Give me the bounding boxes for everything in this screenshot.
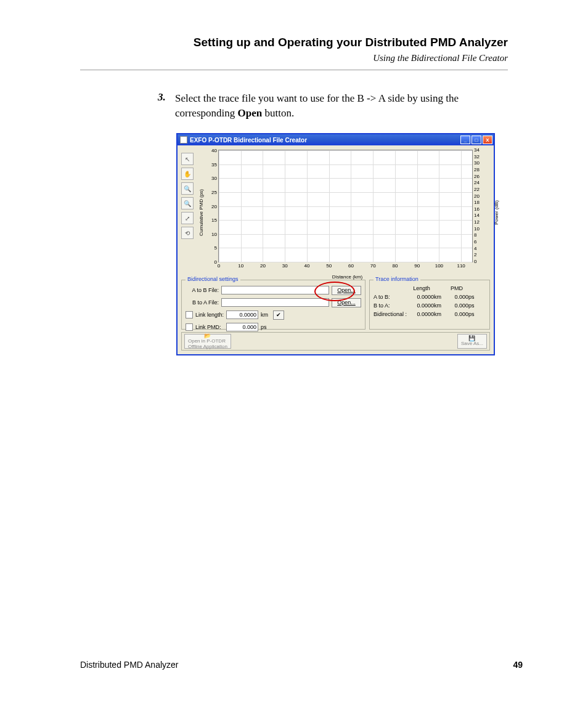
section-title: Using the Bidirectional File Creator (80, 53, 508, 63)
x-tick: 110 (457, 262, 465, 269)
link-length-unit: km (261, 312, 271, 318)
trace-length-value: 0.0000 (409, 302, 434, 309)
x-tick: 30 (282, 262, 288, 269)
pmd-header: PMD (445, 285, 468, 291)
y-tick: 40 (211, 148, 219, 153)
trace-length-value: 0.0000 (409, 294, 434, 300)
x-tick: 60 (348, 262, 354, 269)
link-length-checkbox[interactable] (186, 311, 193, 318)
trace-info-panel: Trace information Length PMD A to B:0.00… (369, 280, 490, 330)
y2-tick: 4 (472, 246, 476, 251)
header-rule (80, 70, 508, 70)
trace-pmd-unit: ps (468, 294, 477, 300)
ab-file-label: A to B File: (186, 287, 221, 293)
chart-toolbar: ↖ ✋ 🔍 🔍 ⤢ ⟲ (181, 153, 195, 241)
link-pmd-checkbox[interactable] (186, 323, 193, 331)
y2-tick: 32 (472, 155, 480, 160)
zoom-in-button[interactable]: 🔍 (181, 182, 194, 195)
y-axis-label: Cumulative PMD (ps) (198, 189, 204, 236)
link-pmd-input[interactable] (226, 323, 258, 331)
link-length-input[interactable] (226, 310, 258, 319)
footer-doc-title: Distributed PMD Analyzer (80, 660, 179, 670)
x-tick: 80 (392, 262, 398, 269)
y2-tick: 6 (472, 240, 476, 245)
link-length-label: Link length: (195, 312, 226, 318)
y-tick: 30 (211, 176, 219, 181)
y2-axis-label: Power (dB) (494, 200, 499, 225)
y2-tick: 14 (472, 213, 480, 218)
y-tick: 15 (211, 217, 219, 223)
x-tick: 40 (304, 262, 310, 269)
pan-tool-button[interactable]: ✋ (181, 168, 194, 180)
titlebar[interactable]: EXFO P-OTDR Bidirectional File Creator _… (178, 134, 494, 145)
minimize-button[interactable]: _ (460, 136, 470, 144)
step-number: 3. (158, 91, 175, 121)
page-number: 49 (513, 660, 523, 670)
y2-tick: 2 (472, 253, 476, 258)
close-button[interactable]: X (483, 136, 492, 144)
zoom-out-button[interactable]: 🔍 (181, 197, 194, 209)
y2-tick: 24 (472, 181, 480, 185)
bottom-bar: 📂 Open in P-OTDROffline Application 💾 Sa… (181, 332, 490, 351)
y-tick: 5 (214, 245, 219, 251)
app-window: EXFO P-OTDR Bidirectional File Creator _… (176, 133, 495, 355)
maximize-button[interactable]: □ (472, 136, 481, 144)
chart: Cumulative PMD (ps) Power (dB) 010203040… (205, 148, 490, 277)
trace-length-unit: km (434, 302, 445, 309)
y2-tick: 12 (472, 220, 480, 225)
ab-open-button[interactable]: Open... (332, 286, 361, 295)
trace-length-unit: km (434, 294, 445, 300)
trace-length-unit: km (434, 311, 445, 317)
y2-tick: 0 (472, 259, 476, 264)
y2-tick: 10 (472, 227, 480, 232)
step-text: Select the trace file you want to use fo… (175, 91, 508, 121)
link-length-apply-button[interactable]: ✔ (273, 310, 284, 320)
y2-tick: 8 (472, 233, 476, 238)
y2-tick: 30 (472, 161, 480, 166)
y2-tick: 20 (472, 194, 480, 199)
x-tick: 100 (435, 262, 443, 269)
y2-tick: 16 (472, 207, 480, 212)
ab-file-input[interactable] (221, 286, 329, 294)
chapter-title: Setting up and Operating your Distribute… (80, 36, 508, 49)
save-as-button[interactable]: 💾 Save As... (457, 334, 487, 349)
x-axis-label: Distance (km) (332, 274, 362, 280)
ba-file-input[interactable] (221, 298, 329, 307)
trace-pmd-value: 0.000 (445, 302, 468, 309)
y-tick: 20 (211, 203, 219, 209)
trace-row-label: A to B: (374, 294, 409, 300)
trace-length-value: 0.0000 (409, 311, 434, 317)
x-tick: 20 (260, 262, 266, 269)
y2-tick: 34 (472, 148, 480, 153)
x-tick: 90 (414, 262, 420, 269)
open-offline-button[interactable]: 📂 Open in P-OTDROffline Application (184, 334, 231, 349)
zoom-fit-button[interactable]: ⤢ (181, 212, 194, 224)
y2-tick: 22 (472, 187, 480, 192)
ba-open-button[interactable]: Open... (332, 298, 361, 307)
trace-pmd-unit: ps (468, 311, 477, 317)
y2-tick: 28 (472, 168, 480, 172)
window-title: EXFO P-OTDR Bidirectional File Creator (190, 137, 459, 144)
y-tick: 25 (211, 189, 219, 195)
y2-tick: 18 (472, 200, 480, 205)
plot-area[interactable]: 0102030405060708090100110051015202530354… (218, 150, 473, 262)
trace-row-label: Bidirectional : (374, 311, 409, 317)
link-pmd-label: Link PMD: (195, 324, 226, 330)
trace-legend: Trace information (374, 276, 420, 282)
zoom-reset-button[interactable]: ⟲ (181, 227, 194, 239)
ba-file-label: B to A File: (186, 299, 221, 306)
bidi-legend: Bidirectional settings (186, 276, 240, 282)
y-tick: 35 (211, 161, 219, 167)
trace-pmd-value: 0.000 (445, 294, 468, 300)
pointer-tool-button[interactable]: ↖ (181, 153, 194, 165)
trace-pmd-value: 0.000 (445, 311, 468, 317)
link-pmd-unit: ps (261, 324, 271, 330)
x-tick: 70 (370, 262, 376, 269)
y2-tick: 26 (472, 174, 480, 179)
x-tick: 50 (326, 262, 332, 269)
y-tick: 10 (211, 231, 219, 237)
y-tick: 0 (214, 259, 219, 265)
bidi-settings-panel: Bidirectional settings A to B File: Open… (181, 280, 365, 330)
trace-pmd-unit: ps (468, 302, 477, 309)
app-icon (180, 136, 187, 144)
